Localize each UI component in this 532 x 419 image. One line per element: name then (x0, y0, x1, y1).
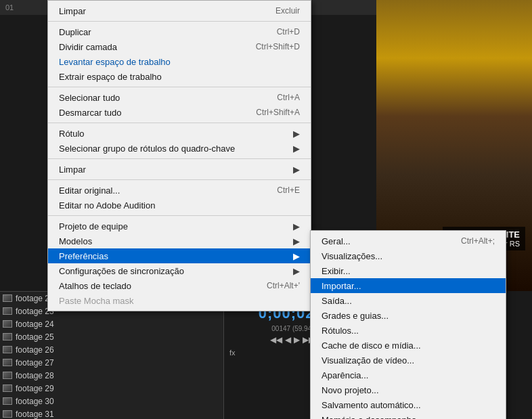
menu-projeto-arrow: ▶ (293, 221, 300, 231)
footage-thumb-23 (3, 307, 12, 315)
context-menu: Limpar Excluir Duplicar Ctrl+D Dividir c… (47, 0, 311, 311)
sep-6 (48, 215, 311, 216)
menu-projeto-label: Projeto de equipe (59, 221, 128, 231)
footage-thumb-24 (3, 320, 12, 328)
submenu-rotulos[interactable]: Rótulos... (311, 323, 506, 338)
submenu-exibir-label: Exibir... (322, 266, 351, 276)
submenu-aparencia[interactable]: Aparência... (311, 368, 506, 382)
footage-label-30: footage 30 (16, 397, 54, 406)
footage-thumb-25 (3, 333, 12, 340)
sep-5 (48, 179, 311, 180)
menu-paste-mocha-label: Paste Mocha mask (59, 296, 134, 306)
menu-selecionar-grupo[interactable]: Selecionar grupo de rótulos do quadro-ch… (48, 141, 311, 156)
menu-dividir-camada[interactable]: Dividir camada Ctrl+Shift+D (48, 39, 311, 54)
menu-desmarcar-shortcut: Ctrl+Shift+A (256, 108, 300, 117)
submenu-importar[interactable]: Importar... (311, 278, 506, 293)
submenu-cache[interactable]: Cache de disco e mídia... (311, 338, 506, 353)
menu-preferencias-label: Preferências (59, 251, 108, 261)
submenu-novo-projeto-label: Novo projeto... (322, 385, 379, 395)
menu-editar-audition-label: Editar no Adobe Audition (59, 200, 155, 211)
menu-grupo-arrow: ▶ (293, 144, 300, 154)
play-icon[interactable]: ▶ (294, 335, 300, 345)
footage-thumb-28 (3, 372, 12, 379)
play-back-icon[interactable]: ◀◀ (270, 335, 282, 345)
menu-limpar-mid-arrow: ▶ (293, 164, 300, 175)
preferencias-submenu: Geral... Ctrl+Alt+; Visualizações... Exi… (310, 230, 506, 419)
sep-4 (48, 158, 311, 159)
footage-thumb-26 (3, 346, 12, 353)
submenu-grades-label: Grades e guias... (322, 311, 389, 321)
footage-item-27[interactable]: footage 27 (0, 356, 223, 369)
footage-label-31: footage 31 (16, 410, 54, 419)
sep-1 (48, 21, 311, 22)
submenu-visualizacoes[interactable]: Visualizações... (311, 248, 506, 263)
menu-configuracoes-arrow: ▶ (293, 266, 300, 276)
submenu-memoria[interactable]: Memória e desempenho... (311, 412, 506, 419)
submenu-geral[interactable]: Geral... Ctrl+Alt+; (311, 234, 506, 248)
menu-editar-original-shortcut: Ctrl+E (277, 185, 300, 195)
menu-editar-audition[interactable]: Editar no Adobe Audition (48, 198, 311, 213)
menu-projeto-equipe[interactable]: Projeto de equipe ▶ (48, 219, 311, 234)
footage-label-26: footage 26 (16, 345, 54, 355)
submenu-exibir[interactable]: Exibir... (311, 263, 506, 278)
submenu-grades[interactable]: Grades e guias... (311, 308, 506, 323)
sep-2 (48, 87, 311, 87)
submenu-salvamento-label: Salvamento automático... (322, 400, 421, 410)
submenu-saida-label: Saída... (322, 296, 352, 306)
footage-item-26[interactable]: footage 26 (0, 343, 223, 356)
menu-grupo-label: Selecionar grupo de rótulos do quadro-ch… (59, 144, 235, 154)
footage-label-24: footage 24 (16, 319, 54, 329)
menu-selecionar-label: Selecionar tudo (59, 93, 120, 103)
menu-extrair-espaco[interactable]: Extrair espaço de trabalho (48, 69, 311, 84)
menu-levantar-espaco[interactable]: Levantar espaço de trabalho (48, 54, 311, 69)
submenu-geral-label: Geral... (322, 236, 351, 246)
footage-item-24[interactable]: footage 24 (0, 317, 223, 330)
footage-item-28[interactable]: footage 28 (0, 369, 223, 382)
menu-editar-original-label: Editar original... (59, 185, 120, 196)
menu-desmarcar-label: Desmarcar tudo (59, 108, 121, 118)
menu-modelos-label: Modelos (59, 236, 92, 246)
menu-atalhos-label: Atalhos de teclado (59, 281, 131, 291)
submenu-saida[interactable]: Saída... (311, 293, 506, 308)
submenu-geral-shortcut: Ctrl+Alt+; (461, 236, 495, 246)
menu-rotulo-arrow: ▶ (293, 129, 300, 139)
submenu-novo-projeto[interactable]: Novo projeto... (311, 382, 506, 397)
sep-3 (48, 123, 311, 123)
submenu-memoria-label: Memória e desempenho... (322, 415, 424, 420)
submenu-visualizacao-video[interactable]: Visualização de vídeo... (311, 353, 506, 368)
menu-preferencias[interactable]: Preferências ▶ (48, 248, 311, 263)
footage-thumb-30 (3, 397, 12, 405)
submenu-visualizacoes-label: Visualizações... (322, 251, 382, 261)
menu-selecionar-tudo[interactable]: Selecionar tudo Ctrl+A (48, 90, 311, 105)
footage-item-29[interactable]: footage 29 (0, 382, 223, 395)
menu-editar-original[interactable]: Editar original... Ctrl+E (48, 183, 311, 198)
footage-thumb-27 (3, 359, 12, 366)
footage-thumb-29 (3, 384, 12, 392)
menu-configuracoes[interactable]: Configurações de sincronização ▶ (48, 263, 311, 278)
footage-label-29: footage 29 (16, 384, 54, 393)
menu-levantar-label: Levantar espaço de trabalho (59, 57, 171, 67)
top-bar-time: 01 (5, 3, 14, 12)
submenu-visualizacao-video-label: Visualização de vídeo... (322, 355, 414, 366)
menu-limpar-top-label: Limpar (59, 6, 86, 16)
menu-selecionar-shortcut: Ctrl+A (277, 93, 300, 102)
footage-item-30[interactable]: footage 30 (0, 395, 223, 407)
menu-modelos-arrow: ▶ (293, 236, 300, 246)
menu-limpar-mid[interactable]: Limpar ▶ (48, 162, 311, 177)
footage-item-25[interactable]: footage 25 (0, 330, 223, 343)
menu-limpar-top[interactable]: Limpar Excluir (48, 3, 311, 18)
footage-thumb-31 (3, 410, 12, 418)
submenu-rotulos-label: Rótulos... (322, 326, 359, 336)
menu-modelos[interactable]: Modelos ▶ (48, 234, 311, 248)
footage-item-31[interactable]: footage 31 (0, 407, 223, 419)
submenu-salvamento[interactable]: Salvamento automático... (311, 397, 506, 412)
menu-preferencias-arrow: ▶ (293, 251, 300, 261)
menu-atalhos-shortcut: Ctrl+Alt+' (267, 281, 300, 290)
menu-desmarcar-tudo[interactable]: Desmarcar tudo Ctrl+Shift+A (48, 105, 311, 120)
menu-rotulo[interactable]: Rótulo ▶ (48, 126, 311, 141)
menu-duplicar[interactable]: Duplicar Ctrl+D (48, 24, 311, 39)
menu-dividir-label: Dividir camada (59, 42, 117, 52)
step-back-icon[interactable]: ◀ (285, 335, 291, 345)
menu-atalhos[interactable]: Atalhos de teclado Ctrl+Alt+' (48, 278, 311, 293)
footage-label-25: footage 25 (16, 332, 54, 342)
